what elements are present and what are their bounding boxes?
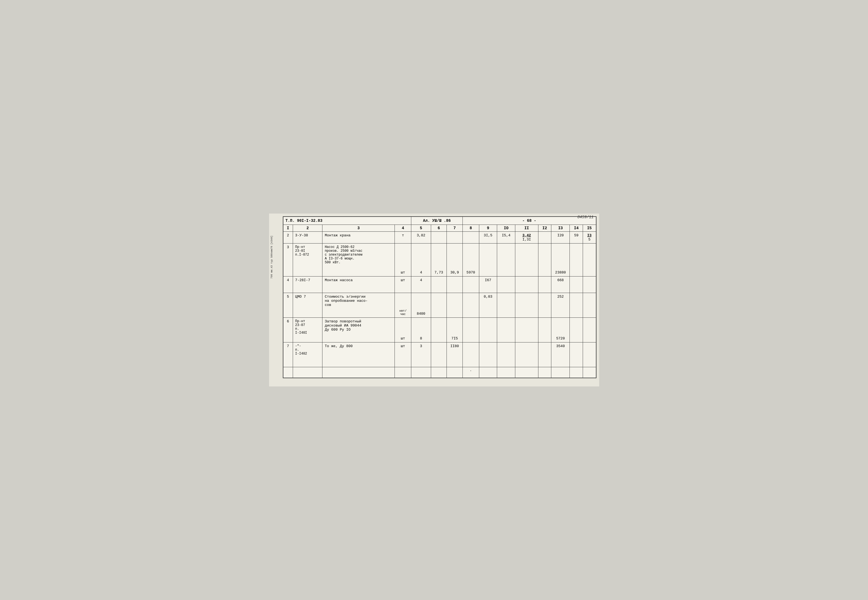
side-text: 798 мм.43 тур 500хмм78 [4340] [271, 236, 273, 279]
page-wrapper: 8459/11 798 мм.43 тур 500хмм78 [4340] Т.… [269, 214, 599, 387]
row2-col8 [462, 232, 479, 243]
row2-col15-den: 5 [587, 238, 592, 242]
empty-row: · [283, 367, 596, 378]
col-header-8: 8 [462, 224, 479, 232]
row4-col9: I67 [479, 276, 497, 293]
row2-col5: 3,82 [411, 232, 431, 243]
row5-col15 [583, 293, 596, 317]
row3-desc: Насос Д 2500-62произв. 2500 м3/часс элек… [322, 243, 395, 276]
row7-col9 [479, 342, 497, 367]
empty-col1 [283, 367, 293, 378]
row3-col7: 30,9 [447, 243, 463, 276]
col-header-15: I5 [583, 224, 596, 232]
row4-col5: 4 [411, 276, 431, 293]
row2-col10: I5,4 [497, 232, 515, 243]
row7-col11 [515, 342, 538, 367]
row4-col6 [431, 276, 447, 293]
row2-numerator: 3,42 [523, 233, 531, 238]
row4-col14 [570, 276, 583, 293]
row7-col10 [497, 342, 515, 367]
col-header-5: 5 [411, 224, 431, 232]
row3-col12 [538, 243, 551, 276]
row2-desc: Монтаж крана [322, 232, 395, 243]
row6-col14 [570, 317, 583, 342]
header-row: Т.П. 90I-I-32.83 Ал. УШ/Ш .86 - 68 - [283, 217, 596, 225]
empty-col7 [447, 367, 463, 378]
row2-code: 3-У-38 [293, 232, 322, 243]
col-header-6: 6 [431, 224, 447, 232]
row2-fraction: 3,42 I,3I [523, 233, 531, 242]
row7-col4: шт [395, 342, 411, 367]
row6-num: 6 [283, 317, 293, 342]
row7-col5: 3 [411, 342, 431, 367]
row6-col12 [538, 317, 551, 342]
col-header-4: 4 [395, 224, 411, 232]
row5-col6 [431, 293, 447, 317]
col-header-12: I2 [538, 224, 551, 232]
row4-num: 4 [283, 276, 293, 293]
row2-denominator: I,3I [523, 238, 531, 242]
row2-col15-num: I3 [587, 233, 592, 238]
row4-col11 [515, 276, 538, 293]
table-row: 4 7-28I-7 Монтаж насоса шт 4 I67 668 [283, 276, 596, 293]
row5-code: ЦМО 7 [293, 293, 322, 317]
table-row: 2 3-У-38 Монтаж крана т 3,82 3I,5 I5,4 3… [283, 232, 596, 243]
row3-col11 [515, 243, 538, 276]
row5-desc: Стоимость э/энергиина опробование насо-с… [322, 293, 395, 317]
row2-col4: т [395, 232, 411, 243]
row7-col12 [538, 342, 551, 367]
row6-col9 [479, 317, 497, 342]
row6-col11 [515, 317, 538, 342]
col-header-9: 9 [479, 224, 497, 232]
empty-col10 [497, 367, 515, 378]
row4-col10 [497, 276, 515, 293]
row5-col11 [515, 293, 538, 317]
row2-col15: I3 5 [583, 232, 596, 243]
row6-col5: 8 [411, 317, 431, 342]
row6-col13: 5720 [551, 317, 570, 342]
row2-col7 [447, 232, 463, 243]
row3-col15 [583, 243, 596, 276]
row3-col6: 7,73 [431, 243, 447, 276]
empty-col14 [570, 367, 583, 378]
row6-code: Пр-нт 23-07 п. I-I40I [293, 317, 322, 342]
empty-col9 [479, 367, 497, 378]
row7-num: 7 [283, 342, 293, 367]
row4-col4: шт [395, 276, 411, 293]
row6-col15 [583, 317, 596, 342]
page-mark: - 68 - [462, 217, 596, 225]
empty-col4 [395, 367, 411, 378]
header-title: Т.П. 90I-I-32.83 [283, 217, 411, 225]
row3-col5: 4 [411, 243, 431, 276]
row3-num: 3 [283, 243, 293, 276]
row7-col8 [462, 342, 479, 367]
empty-col6 [431, 367, 447, 378]
row4-code: 7-28I-7 [293, 276, 322, 293]
row7-col6 [431, 342, 447, 367]
row3-col14 [570, 243, 583, 276]
table-row: 3 Пр-нт 23-0I п.I-072 Насос Д 2500-62про… [283, 243, 596, 276]
row2-col12 [538, 232, 551, 243]
row5-col14 [570, 293, 583, 317]
empty-col12 [538, 367, 551, 378]
row7-col7: II80 [447, 342, 463, 367]
row7-col15 [583, 342, 596, 367]
row3-col8: 5970 [462, 243, 479, 276]
table-row: 5 ЦМО 7 Стоимость э/энергиина опробовани… [283, 293, 596, 317]
empty-col5 [411, 367, 431, 378]
row5-col4: квт/час [395, 293, 411, 317]
row2-col6 [431, 232, 447, 243]
row5-num: 5 [283, 293, 293, 317]
row3-col9 [479, 243, 497, 276]
row2-col11: 3,42 I,3I [515, 232, 538, 243]
empty-col15 [583, 367, 596, 378]
col-header-1: I [283, 224, 293, 232]
row2-col9: 3I,5 [479, 232, 497, 243]
row3-col10 [497, 243, 515, 276]
row3-col13: 23880 [551, 243, 570, 276]
row5-col13: 252 [551, 293, 570, 317]
col-header-row: I 2 3 4 5 6 7 8 9 IO II I2 I3 I4 I5 [283, 224, 596, 232]
row6-col8 [462, 317, 479, 342]
row6-col7: 7I5 [447, 317, 463, 342]
row5-col8 [462, 293, 479, 317]
